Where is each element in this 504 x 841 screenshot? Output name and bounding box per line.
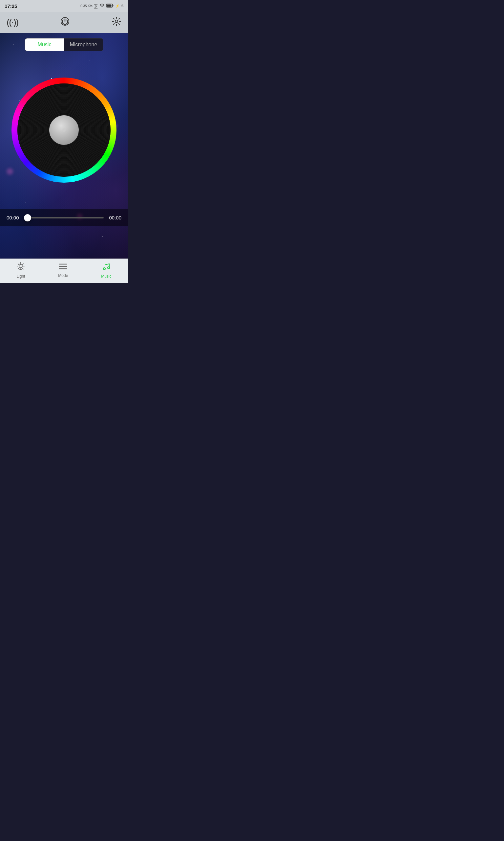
nav-item-music[interactable]: Music — [101, 262, 111, 279]
battery-icon — [106, 4, 113, 8]
mode-icon — [59, 263, 67, 272]
vinyl-disc — [17, 83, 111, 177]
settings-button[interactable] — [111, 16, 121, 29]
svg-line-18 — [23, 269, 23, 269]
tab-music[interactable]: Music — [25, 38, 64, 51]
svg-point-4 — [115, 20, 118, 23]
main-content: Music Microphone — [0, 33, 128, 259]
wifi-icon — [100, 4, 105, 8]
tab-microphone[interactable]: Microphone — [64, 38, 103, 51]
radio-icon[interactable]: ((·)) — [6, 17, 18, 28]
vinyl-record — [12, 78, 116, 183]
speed-indicator: 0.35 K/s — [80, 4, 92, 8]
bottom-nav: Light Mode Music — [0, 259, 128, 283]
app-header: ((·)) — [0, 12, 128, 33]
nav-label-mode: Mode — [58, 273, 68, 278]
status-bar: 17:25 0.35 K/s ⅀ ⚡ 5 — [0, 0, 128, 12]
progress-track[interactable] — [24, 217, 104, 219]
svg-point-12 — [19, 264, 22, 268]
light-icon — [16, 262, 25, 273]
svg-rect-1 — [112, 5, 113, 6]
tab-container: Music Microphone — [24, 38, 103, 51]
current-time: 00:00 — [6, 215, 20, 220]
nav-item-mode[interactable]: Mode — [58, 263, 68, 278]
total-time: 00:00 — [108, 215, 121, 220]
charge-icon: ⚡ — [115, 4, 120, 8]
status-icons: 0.35 K/s ⅀ ⚡ 5 — [80, 4, 123, 8]
svg-point-26 — [108, 267, 110, 269]
signal-strength: 5 — [121, 4, 123, 8]
svg-point-25 — [103, 268, 105, 270]
vinyl-center-label — [49, 115, 79, 145]
nav-label-music: Music — [101, 274, 111, 279]
bluetooth-icon: ⅀ — [94, 4, 98, 8]
vinyl-center-hole — [62, 128, 66, 132]
power-button[interactable] — [60, 16, 70, 29]
status-time: 17:25 — [5, 3, 17, 9]
svg-line-20 — [18, 269, 19, 269]
svg-rect-2 — [107, 5, 111, 7]
music-icon — [102, 262, 111, 273]
nav-item-light[interactable]: Light — [16, 262, 25, 279]
tab-switcher: Music Microphone — [0, 33, 128, 58]
nav-label-light: Light — [16, 274, 25, 279]
vinyl-area — [0, 58, 128, 209]
svg-line-19 — [23, 264, 23, 264]
progress-area: 00:00 00:00 — [0, 209, 128, 226]
progress-thumb[interactable] — [24, 214, 31, 221]
svg-line-17 — [18, 264, 19, 264]
